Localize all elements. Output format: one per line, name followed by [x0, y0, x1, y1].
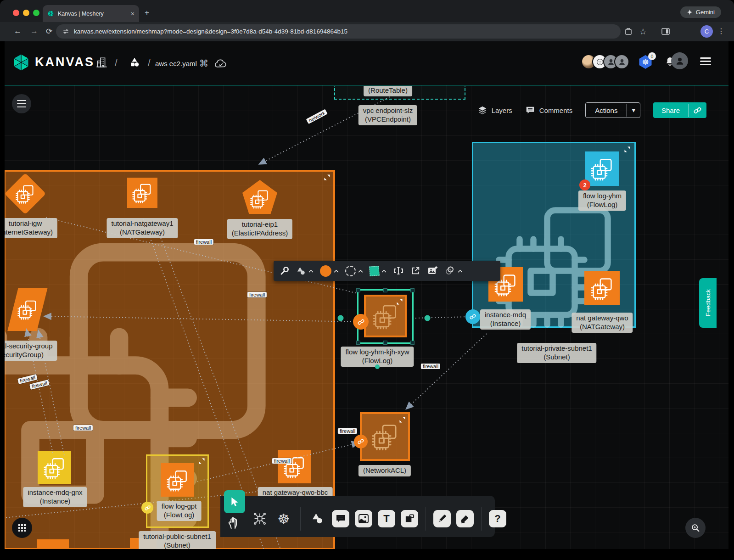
- text-tool-button[interactable]: T: [378, 510, 395, 527]
- notification-badge[interactable]: 2: [579, 179, 590, 190]
- edge-handle-cyan[interactable]: [465, 309, 480, 324]
- edge-label-firewall[interactable]: firewall: [421, 364, 440, 369]
- rename-text-icon[interactable]: [393, 265, 404, 276]
- fill-color-tool[interactable]: [320, 265, 339, 277]
- actions-caret[interactable]: ▾: [627, 104, 640, 117]
- zoom-button[interactable]: [685, 518, 706, 538]
- canvas-menu-button[interactable]: [12, 94, 31, 113]
- node-network-acl[interactable]: [360, 412, 410, 461]
- comments-button[interactable]: Comments: [525, 105, 573, 115]
- node-clipped-bottom-1[interactable]: [37, 539, 69, 550]
- tab-close-icon[interactable]: ×: [131, 10, 134, 17]
- comment-tool-button[interactable]: [332, 510, 349, 527]
- header-menu-icon[interactable]: [700, 56, 711, 67]
- edge-label-firewall[interactable]: firewall: [272, 458, 291, 464]
- window-close-button[interactable]: [13, 10, 19, 16]
- shapes-tool[interactable]: [296, 266, 314, 276]
- browser-profile-avatar[interactable]: C: [700, 25, 713, 38]
- node-label-private-subnet[interactable]: tutorial-private-subnet1(Subnet): [517, 343, 596, 363]
- forward-button[interactable]: →: [30, 27, 38, 36]
- feedback-tab[interactable]: Feedback: [699, 278, 717, 328]
- node-label-flow-log-gpt[interactable]: flow log-gpt(FlowLog): [157, 501, 202, 521]
- node-flow-log-yhm[interactable]: [585, 151, 619, 186]
- layers-button[interactable]: Layers: [477, 105, 512, 115]
- copy-link-icon[interactable]: [688, 104, 706, 117]
- resize-handle-icon[interactable]: [624, 146, 631, 153]
- node-natgw-bbc[interactable]: [278, 450, 311, 483]
- edge-pen-tool-button[interactable]: [433, 510, 451, 527]
- node-label-flow-log-yhm[interactable]: flow log-yhm(FlowLog): [578, 190, 626, 211]
- design-canvas[interactable]: (RouteTable) vpc endpoint-slz(VPCEndpoin…: [0, 85, 734, 550]
- user-avatar[interactable]: [671, 52, 688, 69]
- share-button[interactable]: Share: [653, 102, 706, 118]
- widgets-grid-button[interactable]: [12, 518, 32, 538]
- new-tab-button[interactable]: +: [145, 8, 149, 17]
- edge-label-firewall[interactable]: firewall: [194, 239, 213, 245]
- add-image-icon[interactable]: [427, 265, 438, 276]
- pan-tool-button[interactable]: [227, 516, 241, 532]
- tools-wrench-icon[interactable]: [280, 266, 289, 275]
- edge-label-network[interactable]: network: [306, 109, 328, 124]
- node-label-vpc-endpoint[interactable]: vpc endpoint-slz(VPCEndpoint): [359, 105, 417, 125]
- edge-label-firewall[interactable]: firewall: [247, 292, 267, 297]
- selection-dot-left[interactable]: [338, 315, 344, 321]
- address-bar[interactable]: kanvas.new/extension/meshmap?mode=design…: [56, 24, 621, 39]
- node-natgateway1[interactable]: [127, 178, 157, 208]
- node-label-route-table[interactable]: (RouteTable): [364, 85, 412, 96]
- open-external-icon[interactable]: [410, 266, 420, 276]
- node-flow-log-gpt[interactable]: [161, 463, 194, 497]
- shapes-tool-button[interactable]: [308, 510, 326, 528]
- selection-dot-right[interactable]: [425, 315, 431, 321]
- select-tool-button[interactable]: [224, 490, 245, 513]
- note-tool-button[interactable]: [401, 510, 418, 527]
- design-file-name[interactable]: aws ec2.yaml: [155, 60, 197, 67]
- edge-handle-orange[interactable]: [353, 314, 369, 330]
- reload-button[interactable]: ⟳: [46, 27, 52, 36]
- kubernetes-tool-button[interactable]: ☸: [275, 510, 293, 528]
- chevron-up-icon[interactable]: [308, 269, 314, 273]
- workspace-shapes-icon[interactable]: [129, 56, 140, 68]
- help-button[interactable]: ?: [489, 510, 506, 527]
- sketch-tool-button[interactable]: [456, 510, 474, 527]
- node-label-natgateway1[interactable]: tutorial-natgateway1(NATGateway): [106, 218, 178, 238]
- node-label-flow-log-selected[interactable]: flow log-yhm-kjh-xyw(FlowLog): [341, 347, 414, 367]
- chevron-up-icon[interactable]: [358, 269, 363, 273]
- back-button[interactable]: ←: [14, 27, 22, 36]
- environment-k8s-button[interactable]: ☸ 0: [639, 55, 652, 69]
- browser-tab[interactable]: Kanvas | Meshery ×: [43, 5, 139, 22]
- actions-dropdown[interactable]: Actions ▾: [585, 102, 640, 118]
- resize-handle-icon[interactable]: [399, 416, 406, 423]
- node-label-network-acl[interactable]: (NetworkACL): [359, 465, 411, 476]
- node-natgw-qwo[interactable]: [584, 271, 620, 305]
- node-label-igw[interactable]: tutorial-igw(InternetGateway): [0, 218, 57, 238]
- node-instance-gnx[interactable]: [38, 451, 71, 484]
- selection-dot-bottom[interactable]: [375, 364, 380, 369]
- shape-color-tool[interactable]: [370, 266, 387, 276]
- chevron-up-icon[interactable]: [334, 269, 339, 273]
- command-shortcut-icon[interactable]: ⌘: [199, 58, 208, 69]
- node-label-eip1[interactable]: tutorial-eip1(ElasticIPAddress): [227, 219, 292, 239]
- node-label-public-subnet[interactable]: tutorial-public-subnet1(Subnet): [139, 531, 216, 550]
- edge-label-firewall[interactable]: firewall: [338, 428, 357, 434]
- components-tool-button[interactable]: [251, 510, 269, 528]
- window-minimize-button[interactable]: [23, 10, 29, 16]
- bookmark-star-icon[interactable]: ☆: [639, 27, 647, 37]
- side-panel-icon[interactable]: [661, 28, 670, 35]
- collaborator-avatar-4[interactable]: [614, 54, 629, 69]
- chevron-up-icon[interactable]: [458, 269, 463, 273]
- lasso-tool[interactable]: [444, 265, 463, 276]
- edge-handle-orange-2[interactable]: [354, 435, 368, 448]
- image-tool-button[interactable]: [355, 510, 372, 527]
- gemini-button[interactable]: Gemini: [680, 6, 721, 18]
- edge-label-firewall[interactable]: firewall: [73, 425, 93, 431]
- node-flow-log-selected[interactable]: [364, 295, 407, 337]
- node-label-natgw-qwo[interactable]: nat gateway-qwo(NATGateway): [572, 313, 633, 333]
- window-zoom-button[interactable]: [33, 10, 39, 16]
- chevron-up-icon[interactable]: [381, 269, 387, 273]
- edge-handle-yellow[interactable]: [141, 502, 153, 514]
- node-label-instance-mdq[interactable]: instance-mdq(Instance): [480, 309, 531, 330]
- save-icon[interactable]: [624, 28, 632, 35]
- organization-icon[interactable]: [95, 56, 107, 68]
- resize-handle-icon[interactable]: [198, 458, 205, 465]
- resize-handle-icon[interactable]: [396, 298, 403, 305]
